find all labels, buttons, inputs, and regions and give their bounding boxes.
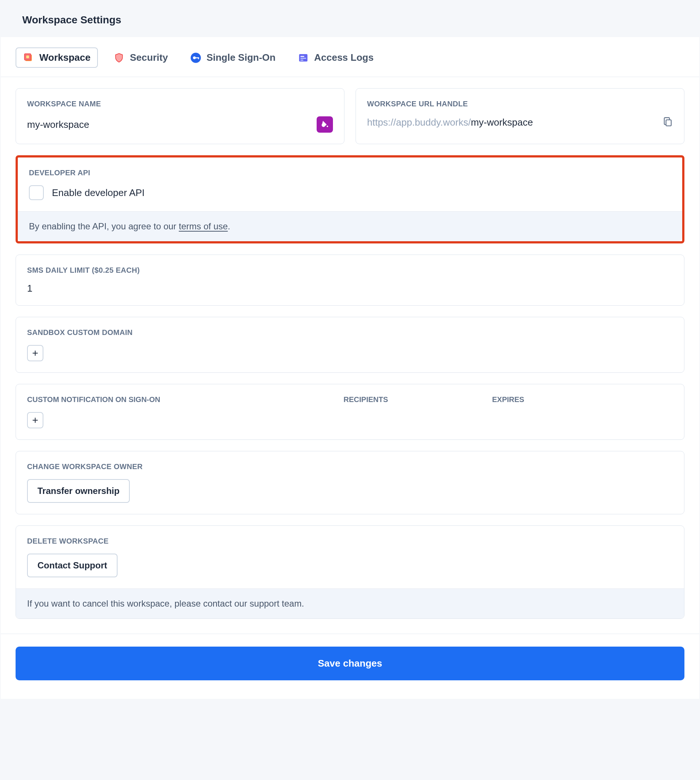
- workspace-url-label: WORKSPACE URL HANDLE: [356, 88, 684, 108]
- add-sandbox-domain-button[interactable]: +: [27, 345, 43, 361]
- sms-limit-label: SMS DAILY LIMIT ($0.25 EACH): [16, 255, 684, 274]
- page-title: Workspace Settings: [0, 0, 700, 37]
- svg-rect-9: [301, 58, 306, 59]
- notification-card: CUSTOM NOTIFICATION ON SIGN-ON RECIPIENT…: [15, 384, 685, 440]
- paint-bucket-icon: [320, 120, 329, 129]
- terms-of-use-link[interactable]: terms of use: [179, 221, 228, 231]
- workspace-name-card: WORKSPACE NAME my-workspace: [15, 88, 345, 144]
- tab-label: Single Sign-On: [207, 52, 275, 63]
- copy-icon: [663, 116, 673, 127]
- svg-rect-2: [26, 55, 29, 58]
- workspace-name-input[interactable]: my-workspace: [27, 119, 312, 130]
- svg-rect-8: [301, 56, 304, 57]
- content-area: WORKSPACE NAME my-workspace WORKSPACE UR…: [1, 77, 699, 634]
- tab-workspace[interactable]: Workspace: [15, 47, 98, 68]
- sms-limit-input[interactable]: 1: [27, 283, 673, 294]
- url-handle: my-workspace: [471, 117, 533, 128]
- change-owner-card: CHANGE WORKSPACE OWNER Transfer ownershi…: [15, 451, 685, 514]
- recipients-col-label: RECIPIENTS: [344, 395, 492, 404]
- sms-limit-card: SMS DAILY LIMIT ($0.25 EACH) 1: [15, 254, 685, 306]
- tab-label: Workspace: [39, 52, 90, 63]
- workspace-url-card: WORKSPACE URL HANDLE https://app.buddy.w…: [355, 88, 685, 144]
- enable-api-checkbox[interactable]: [29, 185, 44, 200]
- workspace-name-label: WORKSPACE NAME: [16, 88, 344, 108]
- delete-workspace-footer: If you want to cancel this workspace, pl…: [16, 589, 684, 619]
- tab-label: Access Logs: [314, 52, 373, 63]
- expires-col-label: EXPIRES: [492, 395, 673, 404]
- enable-api-label: Enable developer API: [52, 187, 145, 199]
- add-notification-button[interactable]: +: [27, 412, 43, 428]
- workspace-icon: [23, 52, 34, 63]
- copy-button[interactable]: [663, 116, 673, 128]
- sandbox-domain-label: SANDBOX CUSTOM DOMAIN: [16, 317, 684, 337]
- tab-access-logs[interactable]: Access Logs: [291, 47, 380, 68]
- plus-icon: +: [32, 347, 38, 359]
- footer-bar: Save changes: [1, 634, 699, 699]
- url-prefix: https://app.buddy.works/: [367, 117, 471, 128]
- delete-workspace-label: DELETE WORKSPACE: [16, 526, 684, 546]
- svg-point-11: [327, 126, 328, 127]
- logs-icon: [298, 52, 309, 63]
- settings-panel: Workspace Security Single Sign-On Access…: [1, 37, 699, 699]
- shield-icon: [113, 52, 125, 63]
- tab-sso[interactable]: Single Sign-On: [183, 47, 282, 68]
- workspace-url-value[interactable]: https://app.buddy.works/my-workspace: [367, 117, 657, 128]
- tab-security[interactable]: Security: [107, 47, 175, 68]
- change-owner-label: CHANGE WORKSPACE OWNER: [16, 451, 684, 471]
- tab-label: Security: [130, 52, 168, 63]
- save-changes-button[interactable]: Save changes: [15, 647, 685, 680]
- svg-rect-12: [666, 120, 671, 126]
- developer-api-card: DEVELOPER API Enable developer API By en…: [15, 155, 685, 243]
- svg-rect-10: [301, 60, 304, 61]
- contact-support-button[interactable]: Contact Support: [27, 554, 118, 577]
- transfer-ownership-button[interactable]: Transfer ownership: [27, 479, 130, 503]
- plus-icon: +: [32, 414, 38, 426]
- color-picker-button[interactable]: [317, 116, 333, 133]
- notification-col-label: CUSTOM NOTIFICATION ON SIGN-ON: [27, 395, 344, 404]
- sandbox-domain-card: SANDBOX CUSTOM DOMAIN +: [15, 317, 685, 373]
- delete-workspace-card: DELETE WORKSPACE Contact Support If you …: [15, 526, 685, 619]
- key-icon: [190, 52, 201, 63]
- svg-rect-6: [198, 57, 199, 59]
- developer-api-footer: By enabling the API, you agree to our te…: [18, 211, 682, 241]
- tabs-bar: Workspace Security Single Sign-On Access…: [1, 37, 699, 77]
- developer-api-label: DEVELOPER API: [18, 158, 682, 177]
